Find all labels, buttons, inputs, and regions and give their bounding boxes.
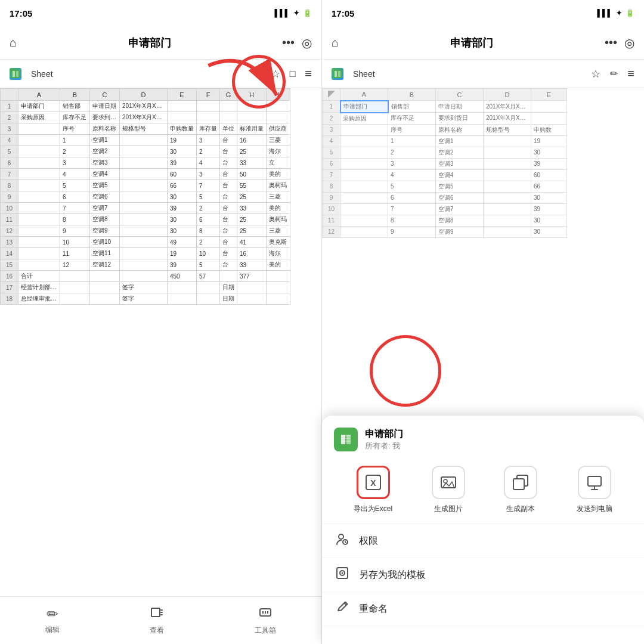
right-cell-9-c[interactable]: 空调7 [436,203,484,215]
right-col-D[interactable]: D [484,89,531,101]
left-table-row[interactable]: 1申请部门销售部申请日期201X年X月XX日 [1,101,290,112]
right-cell-2-d[interactable]: 规格型号 [484,124,531,135]
right-cell-4-b[interactable]: 2 [388,147,436,158]
left-table-row[interactable]: 16合计45057377 [1,271,290,282]
right-table-row[interactable]: 96空调630 [323,192,567,203]
left-cell-15-c[interactable] [90,271,120,282]
right-cell-5-num[interactable]: 6 [323,158,340,169]
left-cell-11-e[interactable]: 30 [168,225,197,237]
left-cell-3-g[interactable]: 台 [220,135,237,146]
left-cell-6-c[interactable]: 空调4 [90,169,120,180]
left-cell-15-d[interactable] [120,271,168,282]
left-cell-8-h[interactable]: 25 [237,191,267,203]
left-cell-1-num[interactable]: 2 [1,112,18,123]
left-cell-7-e[interactable]: 66 [168,180,197,191]
right-cell-11-num[interactable]: 12 [323,226,340,237]
left-cell-14-c[interactable]: 空调12 [90,259,120,271]
right-cell-2-c[interactable]: 原料名称 [436,124,484,135]
left-cell-5-e[interactable]: 39 [168,157,197,169]
left-cell-0-a[interactable]: 申请部门 [18,101,60,112]
left-col-B[interactable]: B [60,89,90,101]
left-cell-1-i[interactable] [267,112,290,123]
left-cell-12-i[interactable]: 奥克斯 [267,237,290,248]
right-cell-7-b[interactable]: 5 [388,181,436,192]
left-cell-1-a[interactable]: 采购原因 [18,112,60,123]
left-cell-3-d[interactable] [120,135,168,146]
left-cell-6-g[interactable]: 台 [220,169,237,180]
right-cell-11-d[interactable] [484,226,531,237]
left-cell-13-c[interactable]: 空调11 [90,248,120,259]
left-cell-11-b[interactable]: 9 [60,225,90,237]
right-cell-11-a[interactable] [340,226,388,237]
left-cell-13-b[interactable]: 11 [60,248,90,259]
right-cell-8-c[interactable]: 空调6 [436,192,484,203]
left-cell-7-b[interactable]: 5 [60,180,90,191]
copy-action[interactable]: 生成副本 [504,466,537,514]
left-star-icon[interactable]: ☆ [271,67,280,80]
left-cell-9-f[interactable]: 2 [197,203,220,214]
left-cell-10-f[interactable]: 6 [197,214,220,225]
left-cell-16-h[interactable] [237,282,267,293]
right-table-row[interactable]: 63空调339 [323,158,567,169]
left-cell-16-d[interactable]: 签字 [120,282,168,293]
right-cell-6-e[interactable]: 60 [531,169,567,181]
left-cell-6-d[interactable] [120,169,168,180]
left-table-row[interactable]: 118空调8306台25奥柯玛 [1,214,290,225]
left-cell-6-b[interactable]: 4 [60,169,90,180]
left-cell-9-c[interactable]: 空调7 [90,203,120,214]
left-cell-4-e[interactable]: 30 [168,146,197,157]
left-cell-16-c[interactable] [90,282,120,293]
left-cell-13-e[interactable]: 19 [168,248,197,259]
left-cell-12-d[interactable] [120,237,168,248]
left-table-row[interactable]: 1411空调111910台16海尔 [1,248,290,259]
left-cell-16-i[interactable] [267,282,290,293]
edit-button[interactable]: ✏ 编辑 [45,606,60,635]
left-cell-1-f[interactable] [197,112,220,123]
right-hamburger-icon[interactable]: ≡ [627,67,634,80]
left-cell-9-d[interactable] [120,203,168,214]
left-cell-2-c[interactable]: 原料名称 [90,123,120,135]
left-cell-10-c[interactable]: 空调8 [90,214,120,225]
right-cell-7-d[interactable] [484,181,531,192]
right-cell-4-d[interactable] [484,147,531,158]
left-cell-16-e[interactable] [168,282,197,293]
left-cell-3-i[interactable]: 三菱 [267,135,290,146]
left-table-row[interactable]: 41空调1193台16三菱 [1,135,290,146]
right-cell-9-a[interactable] [340,203,388,215]
right-cell-2-b[interactable]: 序号 [388,124,436,135]
left-table-row[interactable]: 85空调5667台55奥柯玛 [1,180,290,191]
right-cell-8-a[interactable] [340,192,388,203]
right-table-row[interactable]: 1申请部门销售部申请日期201X年X月XX日 [323,101,567,113]
right-cell-4-e[interactable]: 30 [531,147,567,158]
right-cell-2-e[interactable]: 申购数 [531,124,567,135]
left-cell-15-num[interactable]: 16 [1,271,18,282]
left-cell-11-g[interactable]: 台 [220,225,237,237]
left-table-row[interactable]: 17经营计划部意见签字日期 [1,282,290,293]
left-col-E[interactable]: E [168,89,197,101]
right-cell-4-num[interactable]: 5 [323,147,340,158]
right-cell-2-a[interactable] [340,124,388,135]
left-col-F[interactable]: F [197,89,220,101]
left-cell-14-e[interactable]: 39 [168,259,197,271]
left-cell-1-d[interactable]: 201X年X月XX日 [120,112,168,123]
left-cell-6-e[interactable]: 60 [168,169,197,180]
left-cell-15-i[interactable] [267,271,290,282]
left-cell-12-e[interactable]: 49 [168,237,197,248]
left-cell-10-i[interactable]: 奥柯玛 [267,214,290,225]
left-cell-6-a[interactable] [18,169,60,180]
left-cell-14-a[interactable] [18,259,60,271]
right-cell-4-a[interactable] [340,147,388,158]
left-cell-5-a[interactable] [18,157,60,169]
left-cell-8-b[interactable]: 6 [60,191,90,203]
left-cell-11-c[interactable]: 空调9 [90,225,120,237]
left-cell-9-a[interactable] [18,203,60,214]
left-cell-8-i[interactable]: 三菱 [267,191,290,203]
generate-image-action[interactable]: 生成图片 [432,466,465,514]
left-cell-6-h[interactable]: 50 [237,169,267,180]
left-cell-7-d[interactable] [120,180,168,191]
right-cell-5-a[interactable] [340,158,388,169]
right-cell-1-d[interactable]: 201X年X月XX日 [484,113,531,125]
left-cell-15-h[interactable]: 377 [237,271,267,282]
permission-item[interactable]: 权限 [322,524,644,558]
right-cell-10-d[interactable] [484,215,531,226]
